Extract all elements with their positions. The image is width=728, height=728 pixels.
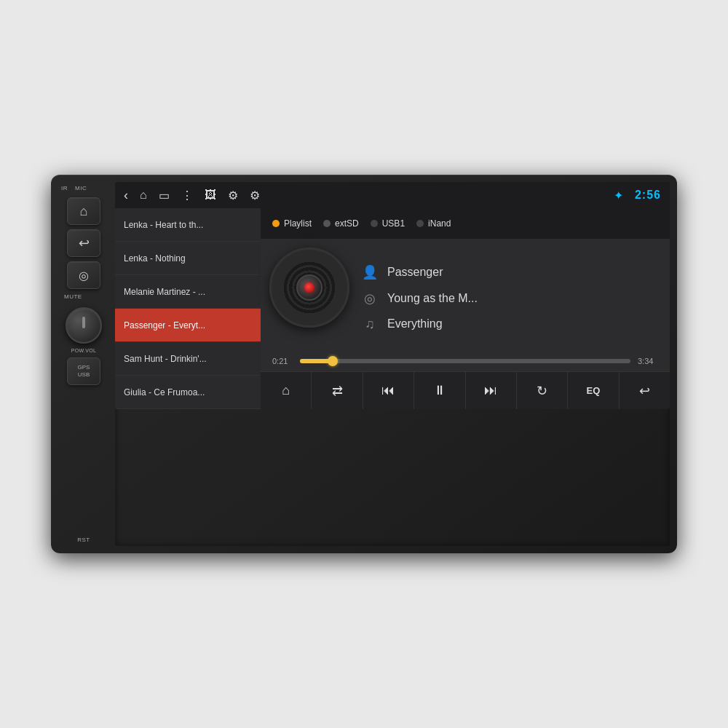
mic-label: MIC <box>75 185 87 191</box>
ctrl-shuffle-button[interactable]: ⇄ <box>312 372 363 409</box>
pow-vol-label: POW.VOL <box>71 348 96 353</box>
gps-usb-label: GPSUSB <box>78 364 90 379</box>
progress-bar[interactable] <box>300 359 630 363</box>
ctrl-repeat-button[interactable]: ↻ <box>517 372 568 409</box>
ctrl-next-button[interactable]: ⏭ <box>466 372 517 409</box>
artist-row: 👤 Passenger <box>361 264 661 280</box>
artist-text: Passenger <box>387 266 443 279</box>
status-bar: ‹ ⌂ ▭ ⋮ 🖼 ⚙ ⚙ ✦ 2:56 <box>115 182 670 208</box>
usb1-icon[interactable]: ⚙ <box>228 189 238 202</box>
ctrl-home-button[interactable]: ⌂ <box>261 372 312 409</box>
source-tab-extsd[interactable]: extSD <box>323 218 359 229</box>
ctrl-eq-button[interactable]: EQ <box>568 372 619 409</box>
more-icon[interactable]: ⋮ <box>181 189 193 202</box>
inand-dot <box>416 220 424 227</box>
progress-area: 0:21 3:34 <box>261 357 670 371</box>
screen-bezel: ‹ ⌂ ▭ ⋮ 🖼 ⚙ ⚙ ✦ 2:56 Lenka - Heart to th… <box>115 182 670 546</box>
ctrl-prev-icon: ⏮ <box>381 383 395 398</box>
time-display: 2:56 <box>635 189 661 202</box>
progress-thumb[interactable] <box>328 356 338 366</box>
ctrl-back-icon: ↩ <box>639 383 650 399</box>
location-button[interactable]: ◎ <box>67 261 100 289</box>
ctrl-eq-label: EQ <box>587 385 601 396</box>
ir-label: IR <box>61 185 68 191</box>
home-icon[interactable]: ⌂ <box>140 189 147 202</box>
artist-icon: 👤 <box>361 264 379 280</box>
playlist-sidebar: Lenka - Heart to th... Lenka - Nothing M… <box>115 208 261 409</box>
vinyl-center-dot <box>304 282 314 293</box>
ctrl-home-icon: ⌂ <box>282 383 290 398</box>
top-labels: IR MIC <box>58 185 87 191</box>
mute-label: MUTE <box>58 293 82 300</box>
main-content: Lenka - Heart to th... Lenka - Nothing M… <box>115 208 670 409</box>
left-panel: IR MIC ⌂ ↩ ◎ MUTE POW.VOL GPSUSB RST <box>58 182 109 546</box>
ctrl-pause-icon: ⏸ <box>433 383 446 398</box>
vinyl-disc <box>269 248 349 328</box>
ctrl-prev-button[interactable]: ⏮ <box>363 372 414 409</box>
ctrl-next-icon: ⏭ <box>484 383 497 398</box>
ctrl-repeat-icon: ↻ <box>537 383 547 399</box>
vinyl-center <box>296 274 323 301</box>
usb2-icon[interactable]: ⚙ <box>250 189 260 202</box>
playlist-item[interactable]: Melanie Martinez - ... <box>115 275 261 309</box>
playlist-item-active[interactable]: Passenger - Everyt... <box>115 309 261 342</box>
ctrl-back-button[interactable]: ↩ <box>620 372 670 409</box>
inand-label: iNand <box>428 218 451 229</box>
album-icon: ◎ <box>361 290 379 306</box>
home-button[interactable]: ⌂ <box>67 197 100 225</box>
playlist-dot <box>272 220 280 227</box>
volume-knob[interactable] <box>66 307 102 344</box>
song-icon: ♫ <box>361 317 379 332</box>
source-tab-inand[interactable]: iNand <box>416 218 451 229</box>
playback-controls: ⌂ ⇄ ⏮ ⏸ ⏭ <box>261 371 670 409</box>
current-time: 0:21 <box>272 357 293 365</box>
player-panel: Playlist extSD USB1 iNand <box>261 208 670 409</box>
back-button[interactable]: ↩ <box>67 229 100 257</box>
usb1-label: USB1 <box>382 218 405 229</box>
playlist-label: Playlist <box>284 218 312 229</box>
playlist-item[interactable]: Lenka - Heart to th... <box>115 208 261 242</box>
source-tab-usb1[interactable]: USB1 <box>371 218 405 229</box>
extsd-label: extSD <box>335 218 359 229</box>
song-row: ♫ Everything <box>361 317 661 332</box>
playlist-item[interactable]: Lenka - Nothing <box>115 242 261 275</box>
bluetooth-icon: ✦ <box>614 189 623 202</box>
song-meta: 👤 Passenger ◎ Young as the M... ♫ Everyt… <box>361 248 661 348</box>
playlist-item[interactable]: Giulia - Ce Frumoа... <box>115 376 261 409</box>
playlist-item[interactable]: Sam Hunt - Drinkin'... <box>115 342 261 376</box>
ctrl-pause-button[interactable]: ⏸ <box>414 372 465 409</box>
back-icon[interactable]: ‹ <box>124 188 128 203</box>
image-icon[interactable]: 🖼 <box>205 189 216 202</box>
track-info-area: 👤 Passenger ◎ Young as the M... ♫ Everyt… <box>261 239 670 357</box>
song-text: Everything <box>387 317 443 331</box>
usb1-dot <box>371 220 378 227</box>
gps-usb-button[interactable]: GPSUSB <box>67 357 100 385</box>
recents-icon[interactable]: ▭ <box>159 189 170 202</box>
source-tabs: Playlist extSD USB1 iNand <box>261 208 670 239</box>
rst-label: RST <box>77 537 90 543</box>
stereo-shell: IR MIC ⌂ ↩ ◎ MUTE POW.VOL GPSUSB RST ‹ ⌂… <box>51 175 677 553</box>
extsd-dot <box>323 220 331 227</box>
ctrl-shuffle-icon: ⇄ <box>332 383 343 399</box>
total-time: 3:34 <box>638 357 658 365</box>
album-row: ◎ Young as the M... <box>361 290 661 306</box>
source-tab-playlist[interactable]: Playlist <box>272 218 312 229</box>
screen-area: ‹ ⌂ ▭ ⋮ 🖼 ⚙ ⚙ ✦ 2:56 Lenka - Heart to th… <box>115 182 670 409</box>
album-text: Young as the M... <box>387 292 478 305</box>
